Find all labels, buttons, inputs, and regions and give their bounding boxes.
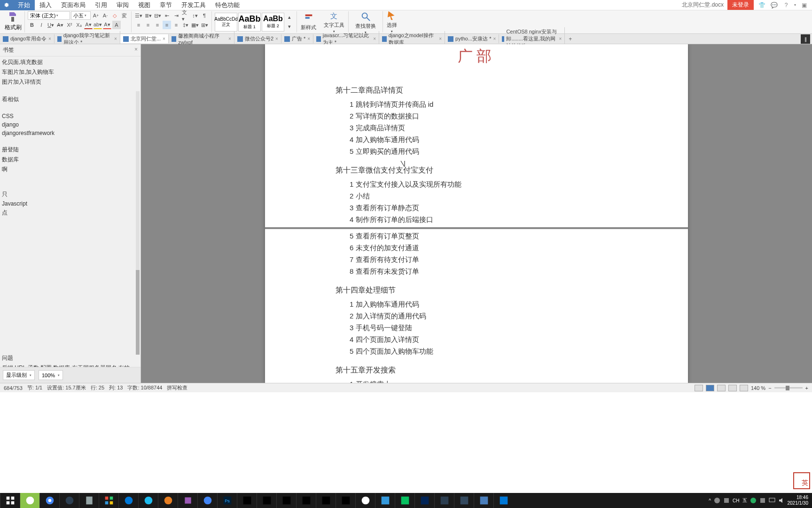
- nav-level-select[interactable]: 显示级别▾: [3, 370, 35, 380]
- increase-font[interactable]: A+: [92, 11, 100, 20]
- strikethrough[interactable]: A▾: [56, 21, 64, 29]
- task-cmd6[interactable]: [336, 493, 355, 508]
- doc-tab[interactable]: django常用命令×: [0, 34, 55, 43]
- show-marks[interactable]: ¶: [200, 11, 209, 20]
- close-icon[interactable]: ×: [48, 36, 51, 41]
- skin-icon[interactable]: 👕: [757, 1, 766, 9]
- bullet-list[interactable]: ☰▾: [134, 11, 143, 20]
- view-outline[interactable]: [717, 385, 726, 391]
- close-icon[interactable]: ×: [228, 36, 231, 41]
- task-cmd3[interactable]: [276, 493, 296, 508]
- multilevel-list[interactable]: ⊟▾: [153, 11, 162, 20]
- zoom-slider[interactable]: [774, 387, 803, 389]
- tray-icon2[interactable]: [723, 497, 730, 504]
- nav-item[interactable]: 问题: [0, 353, 141, 363]
- decrease-indent[interactable]: ⇤: [163, 11, 171, 20]
- app-icon[interactable]: [0, 0, 13, 10]
- task-notepad[interactable]: [79, 493, 99, 508]
- line-spacing[interactable]: ‡▾: [181, 21, 190, 29]
- nav-item[interactable]: 数据库: [0, 155, 141, 165]
- nav-scrollthumb[interactable]: [136, 270, 140, 355]
- nav-item[interactable]: 后端 URL,函数,配置,数据库,有无同服务器同名,有的话,要改名: [0, 363, 141, 367]
- help-icon[interactable]: ?: [782, 1, 790, 9]
- task-cmd1[interactable]: [237, 493, 257, 508]
- tray-app2-icon[interactable]: [759, 497, 766, 504]
- restore-icon[interactable]: ▣: [800, 1, 808, 9]
- nav-item[interactable]: 点: [0, 208, 141, 218]
- font-size-select[interactable]: 小五▾: [71, 11, 91, 20]
- close-icon[interactable]: ×: [373, 36, 376, 41]
- nav-item[interactable]: 啊: [0, 165, 141, 175]
- nav-content[interactable]: 化贝面,填充数据车图片加,加入购物车图片加入详情页看相似CSSdjangodja…: [0, 56, 141, 367]
- task-app2[interactable]: [158, 493, 178, 508]
- task-chrome[interactable]: [39, 493, 59, 508]
- start-button[interactable]: [0, 493, 20, 508]
- text-tools[interactable]: 文 文字工具▾: [320, 10, 348, 33]
- task-pwsh[interactable]: [414, 493, 434, 508]
- select[interactable]: 选择▾: [383, 10, 401, 33]
- clear-format[interactable]: ◇: [110, 11, 119, 20]
- align-justify[interactable]: ≡: [163, 21, 171, 29]
- view-web[interactable]: [728, 385, 737, 391]
- tray-app-icon[interactable]: [750, 497, 757, 504]
- doc-tab[interactable]: pytho...安康达 *×: [445, 34, 499, 43]
- nav-item[interactable]: 图片加入详情页: [0, 77, 141, 87]
- nav-scrollbar[interactable]: [136, 91, 140, 355]
- task-github[interactable]: [355, 493, 375, 508]
- tray-icon1[interactable]: [714, 497, 720, 504]
- tray-kb[interactable]: 五: [742, 497, 747, 504]
- task-ps[interactable]: Ps: [217, 493, 237, 508]
- task-edge[interactable]: [118, 493, 138, 508]
- nav-zoom-select[interactable]: 100%▾: [39, 370, 63, 380]
- style-h2[interactable]: AaBb标题 2: [262, 13, 284, 32]
- menu-layout[interactable]: 页面布局: [56, 0, 90, 10]
- task-wechat[interactable]: [395, 493, 414, 508]
- tray-volume-icon[interactable]: [778, 497, 785, 504]
- number-list[interactable]: ≣▾: [144, 11, 152, 20]
- nav-item[interactable]: 化贝面,填充数据: [0, 57, 141, 67]
- close-icon[interactable]: ×: [307, 36, 310, 41]
- doc-tab[interactable]: 微信公众号2×: [234, 34, 281, 43]
- font-color[interactable]: A▾: [84, 21, 93, 29]
- nav-item[interactable]: CSS: [0, 112, 141, 120]
- increase-indent[interactable]: ⇥: [172, 11, 180, 20]
- close-icon[interactable]: ×: [559, 36, 562, 41]
- login-button[interactable]: 未登录: [727, 0, 754, 10]
- doc-area[interactable]: 广部 第十二章商品详情页1 跳转到详情页并传商品 id2 写详情页的数据接口3 …: [141, 44, 812, 383]
- doc-tab[interactable]: 广告 *×: [281, 34, 313, 43]
- subscript[interactable]: X₂: [75, 21, 83, 29]
- help-dropdown[interactable]: ▾: [794, 3, 796, 7]
- zoom-in[interactable]: +: [805, 385, 808, 391]
- task-ie[interactable]: [138, 493, 158, 508]
- close-icon[interactable]: ×: [439, 36, 442, 41]
- task-cmd4[interactable]: [296, 493, 316, 508]
- shading[interactable]: ▦▾: [191, 21, 199, 29]
- doc-tab-active[interactable]: 北京同仁堂...×: [120, 34, 169, 43]
- menu-review[interactable]: 审阅: [112, 0, 133, 10]
- highlight[interactable]: ab▾: [94, 21, 102, 29]
- menu-features[interactable]: 特色功能: [211, 0, 244, 10]
- nav-item[interactable]: 看相似: [0, 95, 141, 104]
- style-up[interactable]: ▴: [285, 13, 294, 22]
- task-app3[interactable]: [178, 493, 197, 508]
- clock[interactable]: 18:462021/1/30: [788, 495, 809, 506]
- font-name-select[interactable]: 宋体 (正文)▾: [28, 11, 70, 20]
- zoom-level[interactable]: 140 %: [751, 385, 765, 391]
- view-print[interactable]: [695, 385, 703, 391]
- nav-item[interactable]: 车图片加,加入购物车: [0, 67, 141, 77]
- text-effect[interactable]: A▾: [103, 21, 111, 29]
- nav-item[interactable]: django: [0, 120, 141, 129]
- status-spell[interactable]: 拼写检查: [167, 384, 187, 391]
- close-icon[interactable]: ×: [163, 36, 165, 41]
- close-icon[interactable]: ×: [493, 36, 496, 41]
- align-dist[interactable]: ≡: [172, 21, 180, 29]
- task-browser[interactable]: [20, 493, 39, 508]
- ime-badge[interactable]: 英: [793, 472, 810, 489]
- status-chars[interactable]: 字数: 10/88744: [127, 384, 162, 391]
- borders[interactable]: ⊞▾: [200, 21, 209, 29]
- task-wps[interactable]: [474, 493, 493, 508]
- tray-monitor-icon[interactable]: [769, 497, 775, 504]
- italic[interactable]: I: [37, 21, 46, 29]
- char-shading[interactable]: A: [112, 21, 121, 29]
- add-tab[interactable]: +: [565, 35, 576, 43]
